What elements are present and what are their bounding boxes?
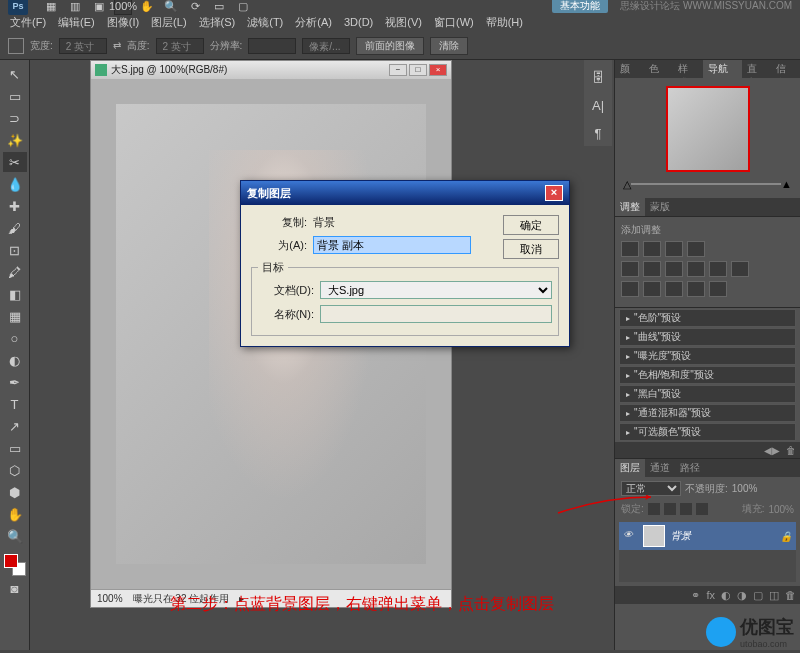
menu-select[interactable]: 选择(S)	[195, 13, 240, 32]
menu-view[interactable]: 视图(V)	[381, 13, 426, 32]
selective-adj-icon[interactable]	[709, 281, 727, 297]
swap-icon[interactable]: ⇄	[113, 40, 121, 51]
curves-adj-icon[interactable]	[665, 241, 683, 257]
path-tool-icon[interactable]: ↗	[3, 416, 27, 436]
posterize-adj-icon[interactable]	[643, 281, 661, 297]
lock-pos-icon[interactable]	[680, 503, 692, 515]
opacity-value[interactable]: 100%	[732, 483, 758, 494]
preset-huesat[interactable]: "色相/饱和度"预设	[619, 366, 796, 384]
tab-masks[interactable]: 蒙版	[645, 198, 675, 216]
lock-pixels-icon[interactable]	[664, 503, 676, 515]
stamp-tool-icon[interactable]: ⊡	[3, 240, 27, 260]
exposure-adj-icon[interactable]	[687, 241, 705, 257]
clear-button[interactable]: 清除	[430, 37, 468, 55]
adjustment-layer-icon[interactable]: ◑	[737, 589, 747, 602]
layer-name[interactable]: 背景	[671, 529, 691, 543]
quickmask-icon[interactable]: ◙	[3, 578, 27, 598]
channelmixer-adj-icon[interactable]	[731, 261, 749, 277]
shape-tool-icon[interactable]: ▭	[3, 438, 27, 458]
ok-button[interactable]: 确定	[503, 215, 559, 235]
brush-tool-icon[interactable]: 🖌	[3, 218, 27, 238]
tab-info[interactable]: 信息	[771, 60, 800, 78]
preset-expand-icon[interactable]: ◀▶	[764, 445, 780, 456]
width-field[interactable]: 2 英寸	[59, 38, 107, 54]
zoom-tool-icon[interactable]: 🔍	[3, 526, 27, 546]
fg-color[interactable]	[4, 554, 18, 568]
lasso-tool-icon[interactable]: ⊃	[3, 108, 27, 128]
tab-swatches[interactable]: 色板	[644, 60, 673, 78]
heal-tool-icon[interactable]: ✚	[3, 196, 27, 216]
dodge-tool-icon[interactable]: ◐	[3, 350, 27, 370]
invert-adj-icon[interactable]	[621, 281, 639, 297]
hand-tool-icon[interactable]: ✋	[3, 504, 27, 524]
layer-thumbnail[interactable]	[643, 525, 665, 547]
close-icon[interactable]: ×	[429, 64, 447, 76]
levels-adj-icon[interactable]	[643, 241, 661, 257]
tab-layers[interactable]: 图层	[615, 459, 645, 477]
vibrance-adj-icon[interactable]	[621, 261, 639, 277]
preset-curves[interactable]: "曲线"预设	[619, 328, 796, 346]
tab-histogram[interactable]: 直方	[742, 60, 771, 78]
preset-trash-icon[interactable]: 🗑	[786, 445, 796, 456]
3d-camera-icon[interactable]: ⬢	[3, 482, 27, 502]
menu-window[interactable]: 窗口(W)	[430, 13, 478, 32]
navigator-thumbnail[interactable]	[666, 86, 750, 172]
mask-icon[interactable]: ◐	[721, 589, 731, 602]
preset-bw[interactable]: "黑白"预设	[619, 385, 796, 403]
visibility-eye-icon[interactable]: 👁	[623, 529, 637, 543]
pen-tool-icon[interactable]: ✒	[3, 372, 27, 392]
height-field[interactable]: 2 英寸	[156, 38, 204, 54]
preset-selective[interactable]: "可选颜色"预设	[619, 423, 796, 441]
menu-image[interactable]: 图像(I)	[103, 13, 143, 32]
gradientmap-adj-icon[interactable]	[687, 281, 705, 297]
blur-tool-icon[interactable]: ○	[3, 328, 27, 348]
menu-edit[interactable]: 编辑(E)	[54, 13, 99, 32]
as-input[interactable]	[313, 236, 471, 254]
menu-layer[interactable]: 图层(L)	[147, 13, 190, 32]
type-tool-icon[interactable]: T	[3, 394, 27, 414]
tab-styles[interactable]: 样式	[673, 60, 702, 78]
move-tool-icon[interactable]: ↖	[3, 64, 27, 84]
tab-paths[interactable]: 路径	[675, 459, 705, 477]
crop-tool-icon[interactable]: ✂	[3, 152, 27, 172]
fill-value[interactable]: 100%	[768, 504, 794, 515]
photofilter-adj-icon[interactable]	[709, 261, 727, 277]
workspace-button[interactable]: 基本功能	[552, 0, 608, 13]
menu-3d[interactable]: 3D(D)	[340, 14, 377, 30]
minimize-icon[interactable]: −	[389, 64, 407, 76]
bw-adj-icon[interactable]	[687, 261, 705, 277]
tab-channels[interactable]: 通道	[645, 459, 675, 477]
blend-mode-select[interactable]: 正常	[621, 481, 681, 496]
front-image-button[interactable]: 前面的图像	[356, 37, 424, 55]
delete-layer-icon[interactable]: 🗑	[785, 589, 796, 601]
name-input[interactable]	[320, 305, 552, 323]
gradient-tool-icon[interactable]: ▦	[3, 306, 27, 326]
crop-tool-icon[interactable]	[8, 38, 24, 54]
doc-zoom[interactable]: 100%	[97, 593, 123, 604]
preset-channelmixer[interactable]: "通道混和器"预设	[619, 404, 796, 422]
color-swatch[interactable]	[4, 554, 26, 576]
threshold-adj-icon[interactable]	[665, 281, 683, 297]
eyedropper-tool-icon[interactable]: 💧	[3, 174, 27, 194]
menu-help[interactable]: 帮助(H)	[482, 13, 527, 32]
preset-exposure[interactable]: "曝光度"预设	[619, 347, 796, 365]
navigator-zoom-slider[interactable]: △ ▲	[623, 178, 792, 190]
new-layer-icon[interactable]: ◫	[769, 589, 779, 602]
menu-filter[interactable]: 滤镜(T)	[243, 13, 287, 32]
3d-tool-icon[interactable]: ⬡	[3, 460, 27, 480]
brightness-adj-icon[interactable]	[621, 241, 639, 257]
lock-all-icon[interactable]	[696, 503, 708, 515]
tab-navigator[interactable]: 导航器	[703, 60, 742, 78]
wand-tool-icon[interactable]: ✨	[3, 130, 27, 150]
tab-color[interactable]: 颜色	[615, 60, 644, 78]
menu-analysis[interactable]: 分析(A)	[291, 13, 336, 32]
dialog-close-icon[interactable]: ×	[545, 185, 563, 201]
hue-adj-icon[interactable]	[643, 261, 661, 277]
link-layers-icon[interactable]: ⚭	[691, 589, 700, 602]
history-panel-icon[interactable]: 🗄	[588, 70, 608, 90]
zoom-out-icon[interactable]: △	[623, 178, 631, 191]
layer-row[interactable]: 👁 背景 🔒	[619, 522, 796, 550]
colorbalance-adj-icon[interactable]	[665, 261, 683, 277]
eraser-tool-icon[interactable]: ◧	[3, 284, 27, 304]
history-brush-icon[interactable]: 🖍	[3, 262, 27, 282]
